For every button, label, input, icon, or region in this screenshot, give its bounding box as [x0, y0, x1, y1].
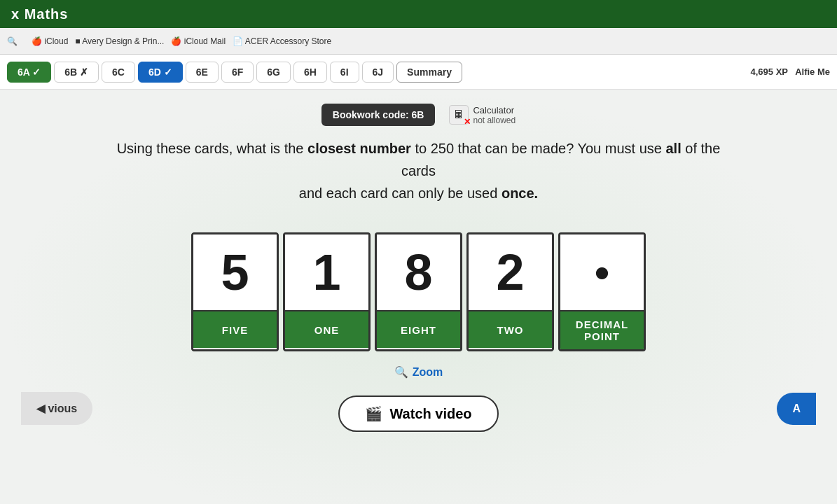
card-two-label: TWO	[469, 312, 552, 348]
previous-button[interactable]: ◀ vious	[21, 392, 92, 425]
bottom-bar: ◀ vious 🎬 Watch video A	[21, 396, 816, 432]
app-header: x Maths	[0, 0, 837, 28]
card-eight[interactable]: 8 EIGHT	[375, 232, 462, 351]
question-bold2: all	[665, 141, 681, 156]
xp-value: 4,695 XP	[751, 66, 788, 77]
calc-not-allowed-icon: ✕	[464, 117, 471, 127]
tab-6c[interactable]: 6C	[102, 62, 135, 83]
question-bold1: closest number	[307, 141, 411, 156]
card-decimal[interactable]: • DECIMALPOINT	[558, 232, 646, 351]
question-part5: and each card can only be used	[299, 186, 501, 201]
tab-6j[interactable]: 6J	[362, 62, 394, 83]
question-bold3: once.	[501, 186, 538, 201]
bookmark-acer: 📄 ACER Accessory Store	[233, 36, 331, 46]
card-decimal-label: DECIMALPOINT	[560, 312, 644, 349]
previous-label: ◀ vious	[36, 402, 77, 414]
tab-6d[interactable]: 6D ✓	[138, 62, 183, 83]
tab-6i[interactable]: 6I	[330, 62, 359, 83]
tab-6e[interactable]: 6E	[186, 62, 219, 83]
nav-bar: 6A ✓ 6B ✗ 6C 6D ✓ 6E 6F 6G 6H 6I 6J Summ…	[0, 55, 837, 90]
card-one-symbol: 1	[285, 234, 368, 312]
next-button[interactable]: A	[777, 393, 816, 425]
card-two[interactable]: 2 TWO	[466, 232, 554, 351]
card-one-label: ONE	[285, 312, 368, 348]
tab-6b[interactable]: 6B ✗	[54, 62, 99, 83]
calculator-status: not allowed	[473, 115, 516, 125]
question-text: Using these cards, what is the closest n…	[104, 137, 734, 204]
cards-container: 5 FIVE 1 ONE 8 EIGHT 2 TWO • DECIMALPOIN…	[189, 232, 648, 351]
xp-info: 4,695 XP Alfie Me	[751, 66, 830, 77]
bookwork-badge: Bookwork code: 6B	[321, 104, 436, 126]
card-five-symbol: 5	[193, 234, 277, 312]
card-five[interactable]: 5 FIVE	[191, 232, 279, 351]
calculator-text: Calculator not allowed	[473, 105, 516, 125]
card-two-symbol: 2	[469, 234, 552, 312]
tab-6g[interactable]: 6G	[256, 62, 291, 83]
next-label: A	[792, 402, 801, 414]
app-title: x Maths	[11, 6, 68, 22]
bookmark-avery: ■ Avery Design & Prin...	[75, 36, 164, 46]
browser-icons: 🔍	[7, 36, 18, 46]
tab-6a[interactable]: 6A ✓	[7, 62, 51, 83]
tab-summary[interactable]: Summary	[396, 62, 462, 83]
tab-6f[interactable]: 6F	[221, 62, 254, 83]
zoom-icon: 🔍	[394, 365, 408, 379]
bookmark-icloud-mail: 🍎 iCloud Mail	[171, 36, 226, 46]
main-content: Bookwork code: 6B 🖩 ✕ Calculator not all…	[0, 90, 837, 504]
watch-video-button[interactable]: 🎬 Watch video	[338, 396, 498, 432]
browser-bar: 🔍 🍎 iCloud ■ Avery Design & Prin... 🍎 iC…	[0, 28, 837, 55]
calculator-label: Calculator	[473, 105, 516, 115]
bookmark-icloud: 🍎 iCloud	[32, 36, 68, 46]
question-part2: to	[411, 141, 431, 156]
card-eight-symbol: 8	[377, 234, 460, 312]
info-row: Bookwork code: 6B 🖩 ✕ Calculator not all…	[321, 104, 516, 126]
user-name: Alfie Me	[795, 66, 830, 77]
question-number: 250	[431, 141, 454, 156]
zoom-label: Zoom	[413, 366, 443, 379]
search-icon: 🔍	[7, 36, 18, 46]
question-part3: that can be made? You must use	[454, 141, 665, 156]
calculator-info: 🖩 ✕ Calculator not allowed	[449, 105, 516, 125]
calculator-icon: 🖩 ✕	[449, 105, 469, 125]
calc-symbol: 🖩	[453, 108, 464, 121]
video-icon: 🎬	[365, 405, 382, 422]
zoom-button[interactable]: 🔍 Zoom	[394, 365, 443, 379]
card-eight-label: EIGHT	[377, 312, 460, 348]
tab-6h[interactable]: 6H	[293, 62, 327, 83]
card-decimal-symbol: •	[560, 234, 644, 312]
card-five-label: FIVE	[193, 312, 277, 348]
card-one[interactable]: 1 ONE	[283, 232, 371, 351]
question-part1: Using these cards, what is the	[117, 141, 307, 156]
watch-video-label: Watch video	[389, 406, 471, 422]
